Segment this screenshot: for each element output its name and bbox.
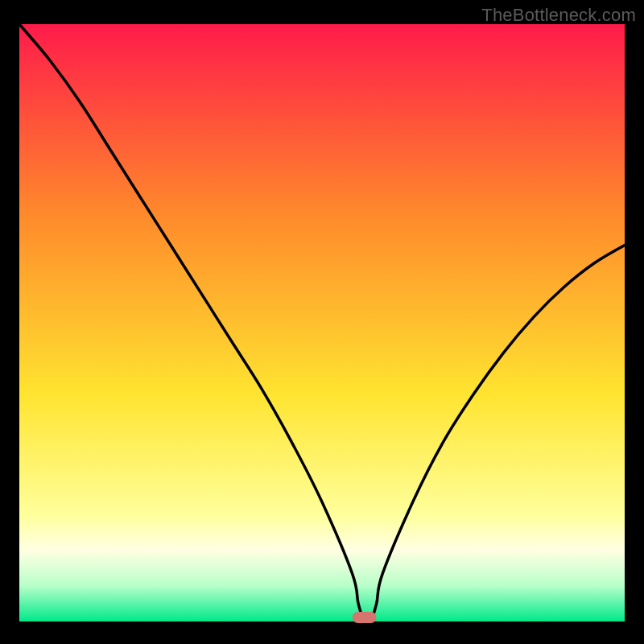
chart-frame: TheBottleneck.com [0, 0, 644, 644]
bottleneck-chart [0, 0, 644, 644]
watermark-text: TheBottleneck.com [481, 5, 636, 26]
optimal-marker [353, 612, 377, 623]
plot-background [19, 24, 625, 621]
